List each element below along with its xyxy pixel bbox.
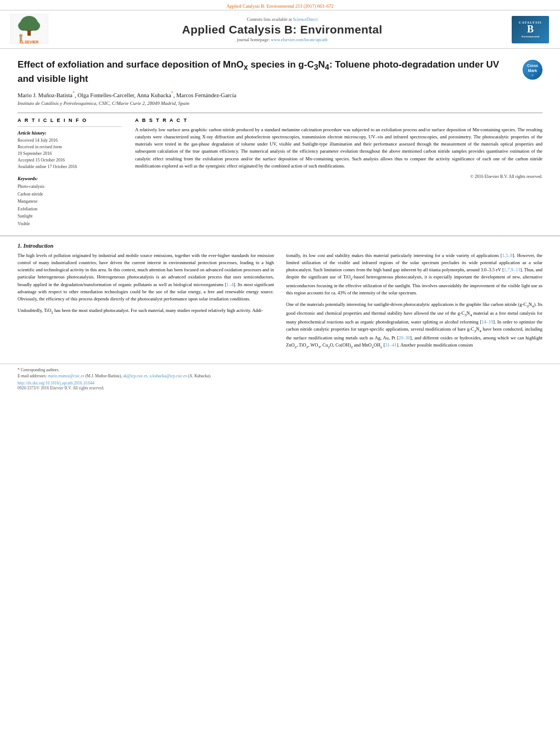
- received-revised: Received in revised form19 September 201…: [18, 144, 122, 157]
- available-date: Available online 17 October 2016: [18, 164, 122, 170]
- svg-rect-4: [27, 30, 31, 36]
- right-column: tionally, its low cost and stability mak…: [286, 252, 542, 355]
- two-col-layout: The high levels of pollution originated …: [18, 252, 542, 355]
- keyword-5: Sunlight: [18, 213, 122, 220]
- author2-label: (A. Kubacka).: [188, 373, 211, 378]
- catalysis-sublabel: Environmental: [522, 35, 539, 38]
- journal-title: Applied Catalysis B: Environmental: [59, 23, 505, 36]
- history-label: Article history:: [18, 130, 122, 136]
- catalysis-logo: CATALYSIS B Environmental: [511, 16, 550, 43]
- author1-label: (M.J. Muñoz-Batista),: [85, 373, 122, 378]
- copyright: © 2016 Elsevier B.V. All rights reserved…: [135, 174, 542, 179]
- article-title: Effect of exfoliation and surface deposi…: [18, 59, 516, 85]
- elsevier-logo: ELSEVIER: [10, 14, 54, 45]
- info-abstract-section: A R T I C L E I N F O Article history: R…: [18, 118, 542, 228]
- keyword-1: Photo-catalysis: [18, 183, 122, 191]
- accepted-date: Accepted 15 October 2016: [18, 157, 122, 164]
- sciencedirect-link[interactable]: ScienceDirect: [293, 17, 318, 22]
- divider-top: [18, 113, 542, 113]
- affiliation: Instituto de Catálisis y Petroleoquímica…: [18, 101, 542, 106]
- intro-para1: The high levels of pollution originated …: [18, 252, 274, 303]
- keywords-section: Keywords: Photo-catalysis Carbon nitride…: [18, 176, 122, 228]
- corresponding-note: * Corresponding authors.: [18, 367, 542, 372]
- article-title-section: Effect of exfoliation and surface deposi…: [18, 59, 542, 85]
- keyword-3: Manganese: [18, 198, 122, 205]
- email2[interactable]: ak@icp.csic.es,: [123, 373, 149, 378]
- authors-line: Mario J. Muñoz-Batista*, Olga Fontelles-…: [18, 91, 542, 98]
- email-label: E-mail addresses:: [18, 373, 47, 378]
- svg-text:Mark: Mark: [528, 69, 537, 72]
- svg-point-2: [18, 21, 29, 31]
- page: Applied Catalysis B: Environmental 213 (…: [0, 0, 560, 742]
- intro-para2-cont: tionally, its low cost and stability mak…: [286, 252, 542, 297]
- issn-line: 0926-3373/© 2016 Elsevier B.V. All right…: [18, 386, 542, 390]
- journal-title-area: Contents lists available at ScienceDirec…: [59, 17, 505, 42]
- left-column: The high levels of pollution originated …: [18, 252, 274, 355]
- article-area: Effect of exfoliation and surface deposi…: [0, 49, 560, 236]
- received-date: Received 14 July 2016: [18, 137, 122, 144]
- keyword-4: Exfoliation: [18, 205, 122, 213]
- article-info-label: A R T I C L E I N F O: [18, 118, 122, 123]
- svg-point-5: [19, 34, 23, 37]
- footer-section: * Corresponding authors. E-mail addresse…: [0, 364, 560, 394]
- svg-text:✓: ✓: [531, 74, 534, 77]
- intro-para3: One of the materials potentially interes…: [286, 301, 542, 350]
- email1[interactable]: mario.munoz@csic.es: [48, 373, 84, 378]
- homepage-link[interactable]: www.elsevier.com/locate/apcatb: [271, 37, 327, 42]
- intro-heading: 1. Introduction: [18, 243, 542, 249]
- svg-text:Cross: Cross: [527, 64, 538, 68]
- main-content: 1. Introduction The high levels of pollu…: [0, 236, 560, 364]
- keyword-6: Visible: [18, 220, 122, 228]
- intro-para2: Undoubtedly, TiO2 has been the most stud…: [18, 307, 274, 316]
- journal-header: ELSEVIER Contents lists available at Sci…: [0, 10, 560, 49]
- journal-ref-text: Applied Catalysis B: Environmental 213 (…: [226, 3, 333, 9]
- abstract-text: A relatively low surface area graphitic …: [135, 126, 542, 170]
- contents-list-label: Contents lists available at ScienceDirec…: [59, 17, 505, 22]
- abstract-section: A B S T R A C T A relatively low surface…: [135, 118, 542, 228]
- abstract-label: A B S T R A C T: [135, 118, 542, 123]
- email3[interactable]: a.kubacka@icp.csic.es: [149, 373, 187, 378]
- journal-homepage: journal homepage: www.elsevier.com/locat…: [59, 37, 505, 42]
- svg-text:ELSEVIER: ELSEVIER: [20, 40, 39, 44]
- catalysis-b-label: B: [527, 24, 534, 35]
- svg-point-3: [29, 21, 40, 31]
- keyword-2: Carbon nitride: [18, 191, 122, 198]
- article-info: A R T I C L E I N F O Article history: R…: [18, 118, 122, 228]
- journal-reference-bar: Applied Catalysis B: Environmental 213 (…: [0, 0, 560, 10]
- keywords-label: Keywords:: [18, 176, 122, 181]
- email-note: E-mail addresses: mario.munoz@csic.es (M…: [18, 373, 542, 378]
- crossmark-logo[interactable]: Cross Mark ✓: [523, 60, 542, 80]
- doi-link[interactable]: http://dx.doi.org/10.1016/j.apcatb.2016.…: [18, 381, 542, 386]
